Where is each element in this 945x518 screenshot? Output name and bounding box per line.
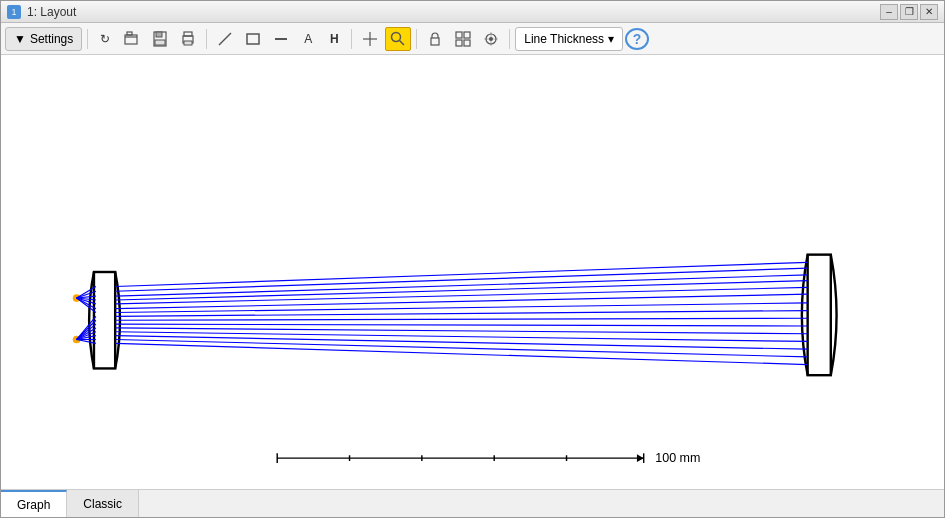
svg-rect-6 [184, 32, 192, 36]
status-bar: Graph Classic [1, 489, 944, 517]
svg-rect-18 [456, 40, 462, 46]
main-window: 1 1: Layout – ❐ ✕ ▼ Settings ↻ [0, 0, 945, 518]
scale-label: 100 mm [655, 451, 700, 465]
optical-diagram: 100 mm [1, 55, 944, 489]
svg-point-13 [392, 32, 401, 41]
print-button[interactable] [175, 27, 201, 51]
svg-line-8 [219, 33, 231, 45]
svg-line-14 [400, 40, 405, 45]
separator-4 [416, 29, 417, 49]
restore-button[interactable]: ❐ [900, 4, 918, 20]
help-button[interactable]: ? [625, 28, 649, 50]
settings-button[interactable]: ▼ Settings [5, 27, 82, 51]
separator-3 [351, 29, 352, 49]
settings-label: Settings [30, 32, 73, 46]
window-icon: 1 [7, 5, 21, 19]
svg-rect-19 [464, 40, 470, 46]
tab-classic-label: Classic [83, 497, 122, 511]
line-thickness-label: Line Thickness [524, 32, 604, 46]
content-area: 100 mm [1, 55, 944, 489]
grid-button[interactable] [450, 27, 476, 51]
svg-rect-9 [247, 34, 259, 44]
title-bar-left: 1 1: Layout [7, 5, 76, 19]
lock-button[interactable] [422, 27, 448, 51]
svg-rect-1 [127, 32, 132, 35]
svg-rect-4 [155, 40, 165, 45]
svg-rect-26 [808, 255, 831, 376]
window-title: 1: Layout [27, 5, 76, 19]
tab-classic[interactable]: Classic [67, 490, 139, 517]
crosshair-button[interactable] [357, 27, 383, 51]
settings-dropdown-icon: ▼ [14, 32, 26, 46]
svg-rect-16 [456, 32, 462, 38]
open-button[interactable] [119, 27, 145, 51]
title-bar-buttons: – ❐ ✕ [880, 4, 938, 20]
title-bar: 1 1: Layout – ❐ ✕ [1, 1, 944, 23]
zoom-button[interactable] [385, 27, 411, 51]
close-button[interactable]: ✕ [920, 4, 938, 20]
line-thickness-button[interactable]: Line Thickness ▾ [515, 27, 623, 51]
separator-2 [206, 29, 207, 49]
svg-rect-15 [431, 38, 439, 45]
toolbar: ▼ Settings ↻ A H [1, 23, 944, 55]
rect-tool-button[interactable] [240, 27, 266, 51]
separator-5 [509, 29, 510, 49]
draw-tool-button[interactable] [212, 27, 238, 51]
save-button[interactable] [147, 27, 173, 51]
tab-graph[interactable]: Graph [1, 490, 67, 517]
svg-rect-17 [464, 32, 470, 38]
refresh-button[interactable]: ↻ [93, 27, 117, 51]
tab-graph-label: Graph [17, 498, 50, 512]
svg-rect-7 [184, 41, 192, 45]
svg-rect-25 [94, 272, 115, 368]
line-thickness-chevron: ▾ [608, 32, 614, 46]
svg-rect-3 [156, 32, 162, 37]
svg-rect-0 [125, 35, 137, 44]
separator-1 [87, 29, 88, 49]
svg-rect-24 [17, 55, 928, 489]
line-tool-button[interactable] [268, 27, 294, 51]
target-button[interactable] [478, 27, 504, 51]
text-h-button[interactable]: H [322, 27, 346, 51]
text-a-button[interactable]: A [296, 27, 320, 51]
minimize-button[interactable]: – [880, 4, 898, 20]
